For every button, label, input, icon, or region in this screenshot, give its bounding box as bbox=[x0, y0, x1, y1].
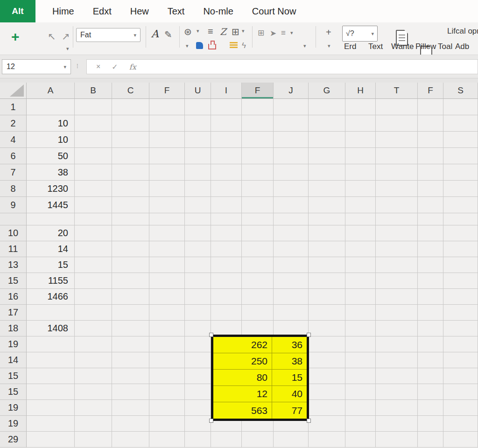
cell[interactable] bbox=[309, 257, 345, 273]
cell[interactable] bbox=[185, 368, 211, 384]
cell[interactable] bbox=[149, 132, 185, 148]
pen-icon[interactable]: ✎ bbox=[164, 29, 172, 40]
cell[interactable] bbox=[75, 368, 112, 384]
cell[interactable] bbox=[185, 225, 211, 241]
borders-box-icon[interactable]: ⊞ bbox=[232, 26, 239, 37]
cell[interactable]: 38 bbox=[27, 164, 75, 181]
cell[interactable] bbox=[112, 257, 149, 273]
cell[interactable] bbox=[185, 273, 211, 289]
button-pillew[interactable]: Pillew bbox=[415, 42, 436, 51]
cell[interactable] bbox=[185, 241, 211, 257]
cell[interactable] bbox=[274, 115, 309, 132]
cell[interactable] bbox=[345, 164, 376, 181]
cell[interactable] bbox=[27, 416, 75, 432]
cell[interactable] bbox=[149, 321, 185, 336]
cell[interactable] bbox=[27, 432, 75, 448]
selected-cell[interactable]: 38 bbox=[272, 353, 307, 369]
cell[interactable] bbox=[75, 99, 112, 115]
cell[interactable] bbox=[443, 197, 478, 213]
selection-handle-top-left[interactable] bbox=[209, 333, 213, 337]
cell[interactable] bbox=[345, 336, 376, 352]
insert-caret-icon[interactable]: ▾ bbox=[328, 43, 330, 49]
cell[interactable]: 1230 bbox=[27, 181, 75, 197]
align-lines-icon[interactable]: ≡ bbox=[208, 26, 213, 37]
fill-color-icon[interactable] bbox=[196, 42, 203, 49]
row-header-2[interactable]: 2 bbox=[0, 115, 27, 132]
cell[interactable] bbox=[443, 384, 478, 400]
cell[interactable] bbox=[274, 213, 309, 225]
cell[interactable] bbox=[376, 197, 418, 213]
cell[interactable] bbox=[112, 197, 149, 213]
cell[interactable] bbox=[345, 181, 376, 197]
cell[interactable] bbox=[345, 416, 376, 432]
menu-item-text[interactable]: Text bbox=[158, 0, 194, 22]
column-header-F-11[interactable]: F bbox=[418, 83, 443, 99]
cell[interactable]: 10 bbox=[27, 115, 75, 132]
cell[interactable] bbox=[185, 257, 211, 273]
cell[interactable] bbox=[309, 164, 345, 181]
cell[interactable]: 15 bbox=[27, 257, 75, 273]
cell[interactable] bbox=[242, 132, 274, 148]
cell[interactable] bbox=[75, 225, 112, 241]
row-header-15[interactable]: 15 bbox=[0, 368, 27, 384]
cell[interactable] bbox=[185, 400, 211, 416]
cell[interactable] bbox=[112, 181, 149, 197]
cell[interactable] bbox=[211, 432, 242, 448]
cell[interactable] bbox=[149, 99, 185, 115]
cell[interactable] bbox=[149, 305, 185, 321]
cell[interactable] bbox=[274, 99, 309, 115]
cell[interactable] bbox=[309, 99, 345, 115]
button-text[interactable]: Text bbox=[368, 42, 383, 51]
cell[interactable]: 14 bbox=[27, 241, 75, 257]
cell[interactable] bbox=[376, 336, 418, 352]
cell[interactable] bbox=[27, 99, 75, 115]
cell[interactable] bbox=[376, 432, 418, 448]
cell[interactable] bbox=[376, 289, 418, 305]
highlight-lines-icon[interactable] bbox=[230, 42, 238, 49]
cell[interactable] bbox=[345, 273, 376, 289]
cell[interactable] bbox=[211, 257, 242, 273]
cell[interactable] bbox=[112, 416, 149, 432]
cell[interactable] bbox=[75, 132, 112, 148]
cell[interactable] bbox=[242, 432, 274, 448]
cell[interactable] bbox=[309, 197, 345, 213]
cell[interactable] bbox=[376, 241, 418, 257]
cell[interactable] bbox=[185, 352, 211, 368]
cell[interactable] bbox=[75, 257, 112, 273]
cell[interactable] bbox=[418, 225, 443, 241]
insert-plus-icon[interactable]: + bbox=[326, 27, 331, 38]
cell[interactable] bbox=[309, 400, 345, 416]
cell[interactable] bbox=[27, 336, 75, 352]
cell[interactable] bbox=[112, 432, 149, 448]
cell[interactable] bbox=[112, 384, 149, 400]
cell[interactable]: 50 bbox=[27, 148, 75, 164]
column-header-C-2[interactable]: C bbox=[112, 83, 149, 99]
cell[interactable] bbox=[418, 132, 443, 148]
column-header-F-3[interactable]: F bbox=[149, 83, 185, 99]
cell[interactable] bbox=[112, 241, 149, 257]
column-header-H-9[interactable]: H bbox=[345, 83, 376, 99]
row-header-29[interactable]: 29 bbox=[0, 432, 27, 448]
cell[interactable] bbox=[274, 197, 309, 213]
cell[interactable] bbox=[75, 181, 112, 197]
cell[interactable] bbox=[149, 197, 185, 213]
cell[interactable] bbox=[274, 225, 309, 241]
selection-handle-top-right[interactable] bbox=[307, 333, 311, 337]
cell[interactable] bbox=[211, 181, 242, 197]
row-header-18[interactable]: 18 bbox=[0, 321, 27, 336]
selected-cell[interactable]: 262 bbox=[213, 337, 272, 353]
cell[interactable] bbox=[418, 164, 443, 181]
selected-cell[interactable]: 563 bbox=[213, 402, 272, 419]
row-header-11[interactable]: 11 bbox=[0, 241, 27, 257]
cell[interactable] bbox=[149, 273, 185, 289]
row-header-10[interactable]: 10 bbox=[0, 225, 27, 241]
cell[interactable] bbox=[309, 305, 345, 321]
cell[interactable] bbox=[185, 336, 211, 352]
cell[interactable] bbox=[185, 213, 211, 225]
cell[interactable] bbox=[242, 164, 274, 181]
cell[interactable] bbox=[309, 321, 345, 336]
cell[interactable] bbox=[418, 213, 443, 225]
cell[interactable] bbox=[345, 432, 376, 448]
function-caret-icon[interactable]: ▾ bbox=[371, 31, 374, 37]
table-icon[interactable]: ⊞ bbox=[258, 28, 264, 38]
